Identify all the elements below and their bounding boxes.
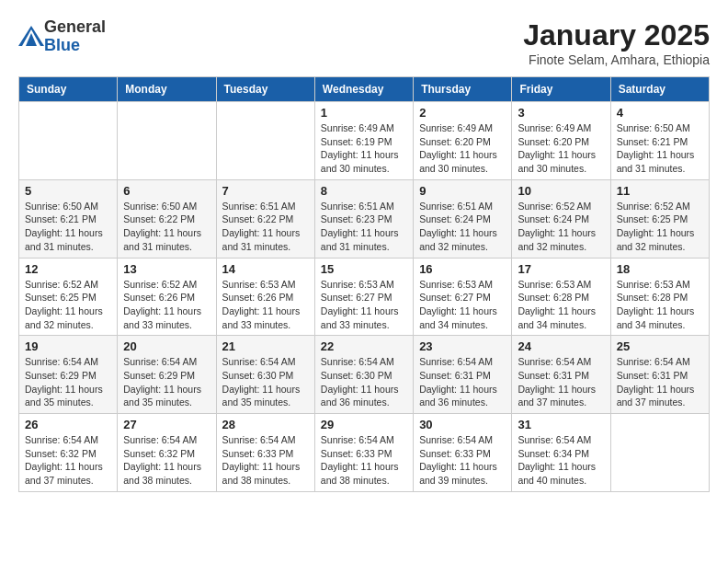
calendar-week-1: 1Sunrise: 6:49 AMSunset: 6:19 PMDaylight… [19, 102, 710, 180]
day-info: Sunrise: 6:54 AMSunset: 6:29 PMDaylight:… [25, 355, 111, 409]
day-number: 19 [25, 339, 111, 353]
day-number: 16 [419, 262, 506, 276]
day-info: Sunrise: 6:52 AMSunset: 6:24 PMDaylight:… [518, 200, 604, 254]
weekday-header-monday: Monday [118, 77, 216, 102]
calendar-cell: 25Sunrise: 6:54 AMSunset: 6:31 PMDayligh… [610, 336, 709, 414]
day-info: Sunrise: 6:51 AMSunset: 6:22 PMDaylight:… [222, 200, 309, 254]
day-number: 3 [518, 106, 604, 120]
weekday-header-tuesday: Tuesday [216, 77, 314, 102]
day-info: Sunrise: 6:54 AMSunset: 6:31 PMDaylight:… [617, 355, 703, 409]
calendar-cell: 21Sunrise: 6:54 AMSunset: 6:30 PMDayligh… [216, 336, 314, 414]
logo-blue: Blue [44, 37, 106, 55]
calendar-cell: 19Sunrise: 6:54 AMSunset: 6:29 PMDayligh… [19, 336, 118, 414]
day-info: Sunrise: 6:54 AMSunset: 6:30 PMDaylight:… [222, 355, 309, 409]
calendar-cell: 23Sunrise: 6:54 AMSunset: 6:31 PMDayligh… [414, 336, 512, 414]
calendar-cell: 4Sunrise: 6:50 AMSunset: 6:21 PMDaylight… [610, 102, 709, 180]
calendar-cell: 7Sunrise: 6:51 AMSunset: 6:22 PMDaylight… [216, 179, 314, 258]
logo-icon [18, 26, 40, 44]
day-info: Sunrise: 6:54 AMSunset: 6:32 PMDaylight:… [25, 433, 111, 488]
location-subtitle: Finote Selam, Amhara, Ethiopia [523, 52, 710, 67]
calendar-cell: 26Sunrise: 6:54 AMSunset: 6:32 PMDayligh… [19, 414, 118, 492]
day-number: 6 [123, 184, 210, 198]
day-number: 5 [25, 184, 111, 198]
day-number: 15 [321, 262, 407, 276]
day-number: 29 [321, 418, 407, 431]
day-info: Sunrise: 6:53 AMSunset: 6:28 PMDaylight:… [617, 278, 703, 332]
day-info: Sunrise: 6:51 AMSunset: 6:23 PMDaylight:… [321, 200, 407, 254]
day-info: Sunrise: 6:54 AMSunset: 6:34 PMDaylight:… [518, 433, 604, 488]
day-number: 23 [419, 339, 506, 353]
day-info: Sunrise: 6:54 AMSunset: 6:31 PMDaylight:… [518, 355, 604, 409]
day-number: 12 [25, 262, 111, 276]
day-info: Sunrise: 6:54 AMSunset: 6:31 PMDaylight:… [419, 355, 506, 409]
calendar-cell: 13Sunrise: 6:52 AMSunset: 6:26 PMDayligh… [118, 258, 216, 336]
calendar-cell: 18Sunrise: 6:53 AMSunset: 6:28 PMDayligh… [610, 258, 709, 336]
page-header: General Blue January 2025 Finote Selam, … [18, 18, 710, 67]
day-info: Sunrise: 6:54 AMSunset: 6:33 PMDaylight:… [222, 433, 309, 488]
day-info: Sunrise: 6:53 AMSunset: 6:26 PMDaylight:… [222, 278, 309, 332]
day-number: 27 [123, 418, 210, 431]
calendar-cell: 6Sunrise: 6:50 AMSunset: 6:22 PMDaylight… [118, 179, 216, 258]
day-info: Sunrise: 6:53 AMSunset: 6:28 PMDaylight:… [518, 278, 604, 332]
calendar-cell: 12Sunrise: 6:52 AMSunset: 6:25 PMDayligh… [19, 258, 118, 336]
calendar-cell: 15Sunrise: 6:53 AMSunset: 6:27 PMDayligh… [314, 258, 413, 336]
day-number: 28 [222, 418, 309, 431]
day-info: Sunrise: 6:53 AMSunset: 6:27 PMDaylight:… [419, 278, 506, 332]
calendar-cell: 31Sunrise: 6:54 AMSunset: 6:34 PMDayligh… [512, 414, 610, 492]
month-title: January 2025 [523, 18, 710, 52]
day-number: 8 [321, 184, 407, 198]
day-number: 13 [123, 262, 210, 276]
day-number: 2 [419, 106, 506, 120]
weekday-header-thursday: Thursday [414, 77, 512, 102]
day-number: 17 [518, 262, 604, 276]
day-info: Sunrise: 6:49 AMSunset: 6:19 PMDaylight:… [321, 121, 407, 176]
calendar-cell [118, 102, 216, 180]
day-info: Sunrise: 6:51 AMSunset: 6:24 PMDaylight:… [419, 200, 506, 254]
calendar-cell: 1Sunrise: 6:49 AMSunset: 6:19 PMDaylight… [314, 102, 413, 180]
calendar-cell: 14Sunrise: 6:53 AMSunset: 6:26 PMDayligh… [216, 258, 314, 336]
day-info: Sunrise: 6:54 AMSunset: 6:33 PMDaylight:… [321, 433, 407, 488]
calendar-cell: 11Sunrise: 6:52 AMSunset: 6:25 PMDayligh… [610, 179, 709, 258]
calendar-cell: 30Sunrise: 6:54 AMSunset: 6:33 PMDayligh… [414, 414, 512, 492]
calendar-cell: 24Sunrise: 6:54 AMSunset: 6:31 PMDayligh… [512, 336, 610, 414]
logo: General Blue [18, 18, 106, 55]
weekday-header-wednesday: Wednesday [314, 77, 413, 102]
weekday-header-saturday: Saturday [610, 77, 709, 102]
day-number: 20 [123, 339, 210, 353]
day-number: 18 [617, 262, 703, 276]
calendar-cell: 8Sunrise: 6:51 AMSunset: 6:23 PMDaylight… [314, 179, 413, 258]
calendar-week-3: 12Sunrise: 6:52 AMSunset: 6:25 PMDayligh… [19, 258, 710, 336]
day-info: Sunrise: 6:49 AMSunset: 6:20 PMDaylight:… [419, 121, 506, 176]
day-number: 30 [419, 418, 506, 431]
weekday-header-friday: Friday [512, 77, 610, 102]
day-info: Sunrise: 6:54 AMSunset: 6:30 PMDaylight:… [321, 355, 407, 409]
day-info: Sunrise: 6:52 AMSunset: 6:25 PMDaylight:… [25, 278, 111, 332]
weekday-header-row: SundayMondayTuesdayWednesdayThursdayFrid… [19, 77, 710, 102]
day-info: Sunrise: 6:54 AMSunset: 6:29 PMDaylight:… [123, 355, 210, 409]
title-block: January 2025 Finote Selam, Amhara, Ethio… [523, 18, 710, 67]
day-info: Sunrise: 6:50 AMSunset: 6:22 PMDaylight:… [123, 200, 210, 254]
logo-text: General Blue [44, 18, 106, 55]
calendar-cell [19, 102, 118, 180]
day-number: 22 [321, 339, 407, 353]
day-number: 9 [419, 184, 506, 198]
logo-general: General [44, 18, 106, 37]
day-number: 4 [617, 106, 703, 120]
day-number: 10 [518, 184, 604, 198]
day-info: Sunrise: 6:49 AMSunset: 6:20 PMDaylight:… [518, 121, 604, 176]
day-info: Sunrise: 6:54 AMSunset: 6:32 PMDaylight:… [123, 433, 210, 488]
calendar-cell: 22Sunrise: 6:54 AMSunset: 6:30 PMDayligh… [314, 336, 413, 414]
day-number: 25 [617, 339, 703, 353]
day-info: Sunrise: 6:54 AMSunset: 6:33 PMDaylight:… [419, 433, 506, 488]
day-info: Sunrise: 6:50 AMSunset: 6:21 PMDaylight:… [25, 200, 111, 254]
day-number: 11 [617, 184, 703, 198]
day-info: Sunrise: 6:53 AMSunset: 6:27 PMDaylight:… [321, 278, 407, 332]
calendar-cell: 28Sunrise: 6:54 AMSunset: 6:33 PMDayligh… [216, 414, 314, 492]
calendar-week-2: 5Sunrise: 6:50 AMSunset: 6:21 PMDaylight… [19, 179, 710, 258]
calendar-cell: 5Sunrise: 6:50 AMSunset: 6:21 PMDaylight… [19, 179, 118, 258]
calendar-cell: 3Sunrise: 6:49 AMSunset: 6:20 PMDaylight… [512, 102, 610, 180]
day-number: 26 [25, 418, 111, 431]
calendar-cell [216, 102, 314, 180]
day-info: Sunrise: 6:50 AMSunset: 6:21 PMDaylight:… [617, 121, 703, 176]
day-number: 1 [321, 106, 407, 120]
